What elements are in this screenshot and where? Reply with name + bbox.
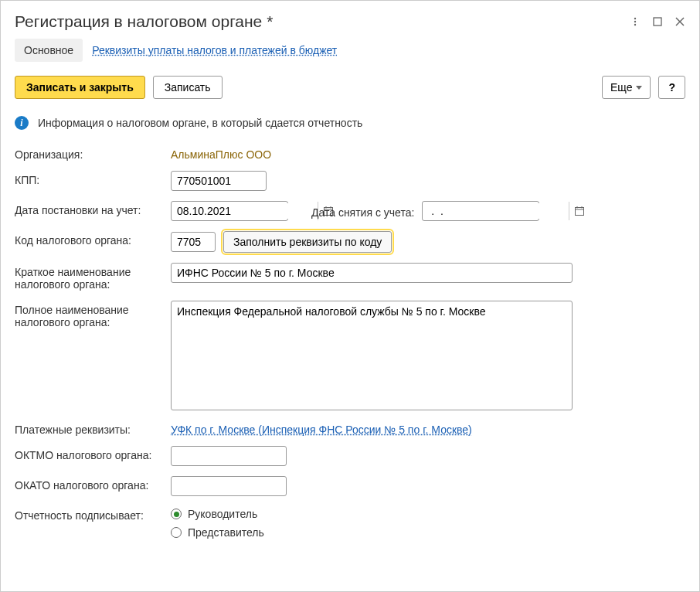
save-and-close-button[interactable]: Записать и закрыть <box>15 76 145 99</box>
calendar-icon[interactable] <box>569 202 590 220</box>
org-value: АльминаПлюс ООО <box>171 145 271 161</box>
help-button[interactable]: ? <box>658 76 685 99</box>
close-icon[interactable] <box>675 16 685 27</box>
radio-head[interactable]: Руководитель <box>171 508 264 520</box>
oktmo-input[interactable] <box>171 446 287 466</box>
kpp-label: КПП: <box>15 171 171 186</box>
signer-label: Отчетность подписывает: <box>15 506 171 522</box>
code-label: Код налогового органа: <box>15 231 171 247</box>
radio-representative[interactable]: Представитель <box>171 526 264 539</box>
kpp-input[interactable] <box>171 171 267 191</box>
svg-point-1 <box>634 21 636 22</box>
radio-rep-label: Представитель <box>188 526 264 539</box>
info-icon: i <box>15 116 29 130</box>
tab-requisites[interactable]: Реквизиты уплаты налогов и платежей в бю… <box>92 39 337 62</box>
page-title: Регистрация в налоговом органе * <box>15 12 273 31</box>
okato-label: ОКАТО налогового органа: <box>15 476 171 492</box>
code-input[interactable] <box>171 232 216 252</box>
svg-point-2 <box>634 24 636 26</box>
full-name-label: Полное наименование налогового органа: <box>15 301 171 328</box>
payment-label: Платежные реквизиты: <box>15 420 171 436</box>
maximize-icon[interactable] <box>652 16 663 27</box>
oktmo-label: ОКТМО налогового органа: <box>15 446 171 461</box>
radio-icon <box>171 509 182 519</box>
radio-icon <box>171 527 182 538</box>
dereg-date-label: Дата снятия с учета: <box>311 203 414 219</box>
fill-by-code-button[interactable]: Заполнить реквизиты по коду <box>223 231 392 253</box>
payment-link[interactable]: УФК по г. Москве (Инспекция ФНС России №… <box>171 420 472 436</box>
dereg-date-input[interactable] <box>423 203 569 219</box>
chevron-down-icon <box>636 86 642 90</box>
svg-rect-10 <box>576 208 584 216</box>
reg-date-label: Дата постановки на учет: <box>15 201 171 216</box>
svg-point-0 <box>634 18 636 19</box>
full-name-textarea[interactable] <box>171 301 573 410</box>
org-label: Организация: <box>15 145 171 161</box>
reg-date-field[interactable] <box>171 201 288 221</box>
tab-main[interactable]: Основное <box>15 39 83 62</box>
more-button-label: Еще <box>610 81 633 94</box>
dereg-date-field[interactable] <box>422 201 539 221</box>
menu-icon[interactable] <box>630 16 641 27</box>
short-name-label: Краткое наименование налогового органа: <box>15 263 171 291</box>
more-button[interactable]: Еще <box>602 76 651 99</box>
okato-input[interactable] <box>171 476 287 496</box>
reg-date-input[interactable] <box>172 203 318 219</box>
svg-rect-3 <box>654 18 661 26</box>
save-button[interactable]: Записать <box>153 76 223 99</box>
radio-head-label: Руководитель <box>188 508 257 520</box>
info-text: Информация о налоговом органе, в который… <box>38 117 362 129</box>
short-name-input[interactable] <box>171 263 573 283</box>
